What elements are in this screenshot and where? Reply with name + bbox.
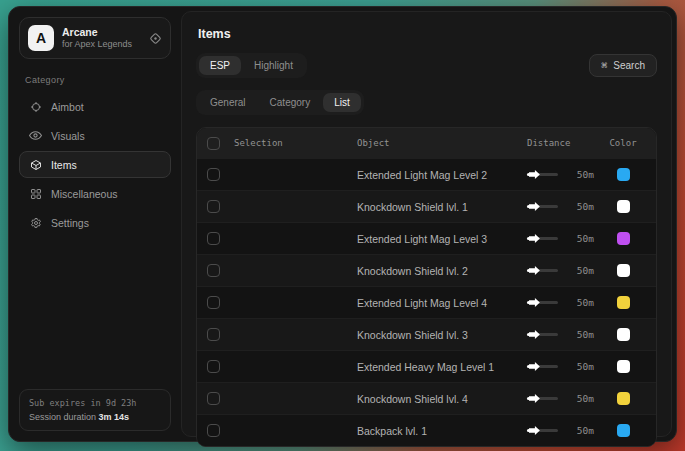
select-all-checkbox[interactable] bbox=[207, 137, 220, 150]
color-swatch[interactable] bbox=[617, 264, 630, 277]
session-duration-text: Session duration 3m 14s bbox=[29, 412, 161, 422]
slider-thumb[interactable] bbox=[529, 394, 540, 403]
object-name: Backpack lvl. 1 bbox=[357, 425, 527, 437]
app-header-card: A Arcane for Apex Legends bbox=[19, 17, 171, 59]
sidebar-item-miscellaneous[interactable]: Miscellaneous bbox=[19, 180, 171, 207]
sidebar-item-label: Items bbox=[51, 159, 77, 171]
distance-value: 50m bbox=[568, 233, 594, 244]
distance-slider[interactable] bbox=[527, 365, 558, 368]
color-swatch[interactable] bbox=[617, 168, 630, 181]
tab-highlight[interactable]: Highlight bbox=[243, 56, 304, 75]
color-swatch[interactable] bbox=[617, 424, 630, 437]
slider-thumb[interactable] bbox=[529, 234, 540, 243]
table-header-row: Selection Object Distance Color bbox=[197, 128, 656, 158]
table-row: Knockdown Shield lvl. 1 50m bbox=[197, 190, 656, 222]
distance-slider[interactable] bbox=[527, 397, 558, 400]
slider-thumb[interactable] bbox=[529, 330, 540, 339]
sidebar-item-items[interactable]: Items bbox=[19, 151, 171, 178]
sidebar-item-label: Aimbot bbox=[51, 101, 84, 113]
row-checkbox[interactable] bbox=[207, 424, 220, 437]
object-name: Extended Light Mag Level 4 bbox=[357, 297, 527, 309]
slider-thumb[interactable] bbox=[529, 426, 540, 435]
sidebar-item-label: Settings bbox=[51, 217, 89, 229]
sidebar-item-visuals[interactable]: Visuals bbox=[19, 122, 171, 149]
distance-value: 50m bbox=[568, 329, 594, 340]
table-row: Knockdown Shield lvl. 3 50m bbox=[197, 318, 656, 350]
target-icon[interactable] bbox=[149, 32, 162, 45]
main-panel: Items ESP Highlight ⌘ Search General Cat… bbox=[181, 11, 672, 437]
object-name: Extended Light Mag Level 2 bbox=[357, 169, 527, 181]
column-header-selection: Selection bbox=[234, 138, 283, 148]
eye-icon bbox=[29, 129, 42, 142]
page-title: Items bbox=[198, 27, 657, 41]
object-name: Knockdown Shield lvl. 3 bbox=[357, 329, 527, 341]
search-button[interactable]: ⌘ Search bbox=[589, 54, 657, 77]
gear-icon bbox=[29, 217, 42, 229]
distance-slider[interactable] bbox=[527, 173, 558, 176]
row-checkbox[interactable] bbox=[207, 328, 220, 341]
command-icon: ⌘ bbox=[601, 60, 607, 71]
items-table: Selection Object Distance Color Extended… bbox=[196, 127, 657, 447]
box-icon bbox=[29, 159, 42, 171]
tab-category[interactable]: Category bbox=[259, 93, 322, 112]
distance-slider[interactable] bbox=[527, 301, 558, 304]
distance-value: 50m bbox=[568, 297, 594, 308]
distance-value: 50m bbox=[568, 393, 594, 404]
color-swatch[interactable] bbox=[617, 360, 630, 373]
slider-thumb[interactable] bbox=[529, 170, 540, 179]
sidebar-item-label: Visuals bbox=[51, 130, 85, 142]
slider-thumb[interactable] bbox=[529, 266, 540, 275]
row-checkbox[interactable] bbox=[207, 360, 220, 373]
tab-list[interactable]: List bbox=[323, 93, 361, 112]
distance-value: 50m bbox=[568, 265, 594, 276]
slider-thumb[interactable] bbox=[529, 362, 540, 371]
table-row: Knockdown Shield lvl. 2 50m bbox=[197, 254, 656, 286]
session-info-card: Sub expires in 9d 23h Session duration 3… bbox=[19, 389, 171, 431]
color-swatch[interactable] bbox=[617, 200, 630, 213]
distance-value: 50m bbox=[568, 201, 594, 212]
color-swatch[interactable] bbox=[617, 232, 630, 245]
distance-value: 50m bbox=[568, 425, 594, 436]
grid-icon bbox=[29, 188, 42, 200]
distance-slider[interactable] bbox=[527, 205, 558, 208]
slider-thumb[interactable] bbox=[529, 298, 540, 307]
table-row: Extended Light Mag Level 4 50m bbox=[197, 286, 656, 318]
row-checkbox[interactable] bbox=[207, 168, 220, 181]
table-row: Backpack lvl. 1 50m bbox=[197, 414, 656, 446]
app-window: A Arcane for Apex Legends Category Aimbo… bbox=[8, 6, 677, 442]
sidebar: A Arcane for Apex Legends Category Aimbo… bbox=[9, 7, 181, 441]
object-name: Extended Light Mag Level 3 bbox=[357, 233, 527, 245]
distance-slider[interactable] bbox=[527, 429, 558, 432]
row-checkbox[interactable] bbox=[207, 392, 220, 405]
tab-esp[interactable]: ESP bbox=[199, 56, 241, 75]
app-logo: A bbox=[28, 25, 54, 51]
row-checkbox[interactable] bbox=[207, 232, 220, 245]
object-name: Extended Heavy Mag Level 1 bbox=[357, 361, 527, 373]
color-swatch[interactable] bbox=[617, 296, 630, 309]
column-header-object: Object bbox=[357, 138, 527, 148]
view-tabs: General Category List bbox=[196, 90, 364, 115]
search-button-label: Search bbox=[613, 60, 645, 71]
row-checkbox[interactable] bbox=[207, 264, 220, 277]
object-name: Knockdown Shield lvl. 2 bbox=[357, 265, 527, 277]
sidebar-item-aimbot[interactable]: Aimbot bbox=[19, 93, 171, 120]
distance-slider[interactable] bbox=[527, 237, 558, 240]
crosshair-icon bbox=[29, 101, 42, 113]
color-swatch[interactable] bbox=[617, 328, 630, 341]
color-swatch[interactable] bbox=[617, 392, 630, 405]
category-section-label: Category bbox=[25, 75, 165, 85]
sub-expiry-text: Sub expires in 9d 23h bbox=[29, 398, 161, 408]
object-name: Knockdown Shield lvl. 4 bbox=[357, 393, 527, 405]
app-name: Arcane bbox=[62, 26, 141, 39]
row-checkbox[interactable] bbox=[207, 200, 220, 213]
column-header-color: Color bbox=[600, 138, 646, 148]
distance-slider[interactable] bbox=[527, 269, 558, 272]
slider-thumb[interactable] bbox=[529, 202, 540, 211]
app-subtitle: for Apex Legends bbox=[62, 39, 141, 50]
distance-slider[interactable] bbox=[527, 333, 558, 336]
distance-value: 50m bbox=[568, 169, 594, 180]
tab-general[interactable]: General bbox=[199, 93, 257, 112]
sidebar-item-label: Miscellaneous bbox=[51, 188, 118, 200]
sidebar-item-settings[interactable]: Settings bbox=[19, 209, 171, 236]
row-checkbox[interactable] bbox=[207, 296, 220, 309]
